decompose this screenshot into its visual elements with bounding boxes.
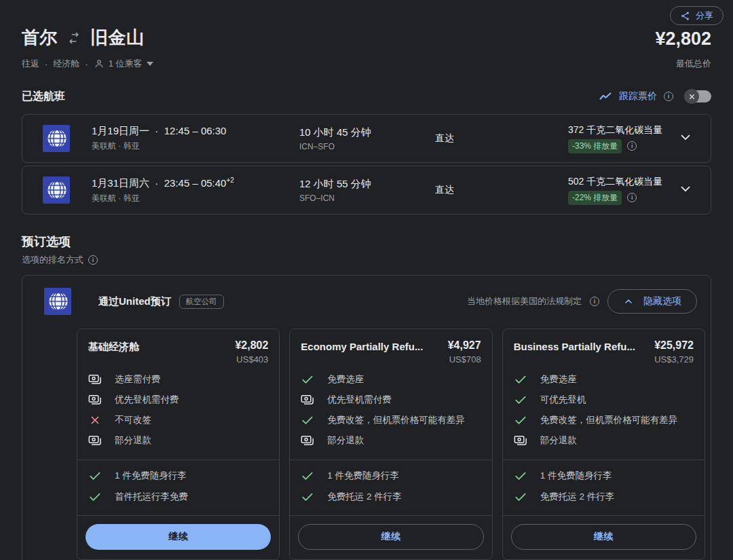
check-icon	[514, 393, 527, 407]
booking-panel: 通过United预订 航空公司 当地价格根据美国的法规制定 i 隐藏选项 基础经…	[22, 275, 711, 560]
fare-feature-row: 免费选座	[301, 373, 481, 386]
fare-feature-row: 优先登机需付费	[301, 393, 481, 407]
fare-feature-row: 不可改签	[88, 413, 268, 427]
share-label: 分享	[696, 10, 713, 22]
selected-flight-list: 1月19日周一 · 12:45 – 06:30 美联航 · 韩亚 10 小时 4…	[0, 114, 733, 214]
destination-city: 旧金山	[90, 26, 145, 50]
check-icon	[514, 490, 527, 504]
fare-feature-text: 部分退款	[327, 434, 364, 447]
continue-button[interactable]: 继续	[86, 524, 271, 550]
ranking-info-icon[interactable]: i	[88, 255, 98, 265]
hide-options-button[interactable]: 隐藏选项	[607, 289, 697, 314]
flight-stops: 直达	[435, 184, 568, 196]
continue-button[interactable]: 继续	[298, 524, 483, 550]
united-logo	[43, 125, 70, 152]
money-icon	[301, 393, 314, 407]
fare-feature-text: 部分退款	[540, 434, 577, 447]
expand-flight-button[interactable]	[678, 181, 693, 199]
chevron-down-icon[interactable]	[678, 130, 693, 145]
flight-airlines: 美联航 · 韩亚	[92, 141, 299, 152]
flight-duration: 10 小时 45 分钟	[299, 126, 435, 139]
passenger-count-label: 1 位乘客	[109, 58, 143, 70]
fare-price-usd: US$708	[448, 354, 481, 365]
check-icon	[514, 373, 527, 386]
emissions-info-icon[interactable]: i	[627, 193, 637, 202]
fare-card-list: 基础经济舱 ¥2,802 US$403 选座需付费 优先登机需付费 不可改签	[22, 326, 711, 560]
fare-feature-text: 可优先登机	[540, 394, 586, 406]
fare-feature-row: 首件托运行李免费	[88, 490, 268, 504]
fare-feature-text: 部分退款	[115, 434, 151, 447]
fare-feature-row: 部分退款	[514, 434, 694, 447]
fare-feature-text: 免费选座	[540, 373, 577, 386]
fare-feature-row: 免费改签，但机票价格可能有差异	[301, 413, 481, 427]
flight-emissions: 502 千克二氧化碳当量	[568, 176, 674, 188]
fare-name: Economy Partially Refu...	[301, 339, 423, 365]
share-icon	[680, 11, 690, 21]
chevron-up-icon	[623, 296, 634, 307]
expand-flight-button[interactable]	[678, 130, 693, 147]
fare-feature-row: 选座需付费	[88, 373, 268, 386]
fare-feature-row: 优先登机需付费	[88, 393, 268, 407]
fare-feature-row: 1 件免费随身行李	[88, 469, 268, 483]
fare-feature-text: 1 件免费随身行李	[327, 470, 399, 482]
flight-date-times: 1月19日周一 · 12:45 – 06:30	[92, 125, 299, 138]
check-icon	[301, 490, 314, 504]
flight-row[interactable]: 1月31日周六 · 23:45 – 05:40+2 美联航 · 韩亚 12 小时…	[22, 166, 711, 214]
united-logo	[43, 176, 70, 204]
fare-card: Economy Partially Refu... ¥4,927 US$708 …	[289, 329, 492, 560]
swap-arrows-icon	[67, 31, 81, 45]
provider-type-badge: 航空公司	[179, 295, 224, 309]
fare-feature-row: 可优先登机	[514, 393, 694, 407]
fare-baggage-list: 1 件免费随身行李 免费托运 2 件行李	[290, 460, 491, 515]
money-icon	[514, 434, 527, 447]
price-caption: 最低总价	[676, 58, 711, 70]
fare-feature-row: 免费选座	[514, 373, 694, 386]
toggle-x-icon	[688, 93, 696, 100]
check-icon	[88, 469, 102, 483]
cross-icon	[89, 414, 101, 426]
money-icon	[88, 434, 102, 447]
fare-feature-row: 1 件免费随身行李	[514, 469, 694, 483]
local-price-info-icon[interactable]: i	[590, 297, 599, 306]
fare-price-cny: ¥2,802	[235, 339, 268, 352]
flight-row[interactable]: 1月19日周一 · 12:45 – 06:30 美联航 · 韩亚 10 小时 4…	[22, 114, 711, 163]
trend-line-icon	[599, 90, 612, 103]
flight-emissions: 372 千克二氧化碳当量	[568, 124, 674, 136]
check-icon	[301, 469, 314, 483]
fare-feature-text: 首件托运行李免费	[115, 491, 188, 503]
money-icon	[301, 434, 314, 447]
passenger-selector[interactable]: 1 位乘客	[94, 58, 153, 70]
check-icon	[301, 373, 314, 386]
check-icon	[514, 469, 527, 483]
fare-feature-text: 优先登机需付费	[115, 394, 179, 406]
fare-feature-text: 免费托运 2 件行李	[327, 491, 402, 503]
trip-type-label: 往返	[22, 58, 39, 70]
fare-feature-list: 免费选座 优先登机需付费 免费改签，但机票价格可能有差异 部分退款	[290, 365, 491, 460]
fare-price-cny: ¥4,927	[448, 339, 481, 352]
money-icon	[88, 393, 102, 407]
fare-price-usd: US$3,729	[654, 354, 694, 365]
continue-button[interactable]: 继续	[511, 524, 696, 550]
fare-baggage-list: 1 件免费随身行李 首件托运行李免费	[77, 460, 279, 515]
fare-feature-text: 免费改签，但机票价格可能有差异	[327, 414, 465, 426]
united-logo	[44, 288, 71, 315]
flight-airlines: 美联航 · 韩亚	[92, 193, 299, 204]
meta-dot: ·	[85, 59, 88, 69]
selected-flights-title: 已选航班	[22, 90, 65, 104]
chevron-down-icon[interactable]	[678, 181, 693, 196]
fare-feature-list: 选座需付费 优先登机需付费 不可改签 部分退款	[77, 365, 279, 460]
fare-baggage-list: 1 件免费随身行李 免费托运 2 件行李	[503, 460, 704, 515]
track-price-info-icon[interactable]: i	[664, 92, 673, 101]
caret-down-icon	[147, 62, 153, 66]
share-button[interactable]: 分享	[670, 6, 723, 25]
check-icon	[514, 413, 527, 427]
fare-feature-row: 1 件免费随身行李	[301, 469, 481, 483]
flight-date-times: 1月31日周六 · 23:45 – 05:40+2	[92, 176, 299, 190]
track-price-label[interactable]: 跟踪票价	[619, 90, 657, 102]
check-icon	[301, 413, 314, 427]
fare-card: Business Partially Refu... ¥25,972 US$3,…	[502, 329, 705, 560]
track-price-toggle[interactable]	[684, 89, 711, 104]
ranking-label: 选项的排名方式	[22, 254, 83, 266]
arrival-offset: +2	[226, 176, 233, 184]
emissions-info-icon[interactable]: i	[627, 141, 637, 151]
